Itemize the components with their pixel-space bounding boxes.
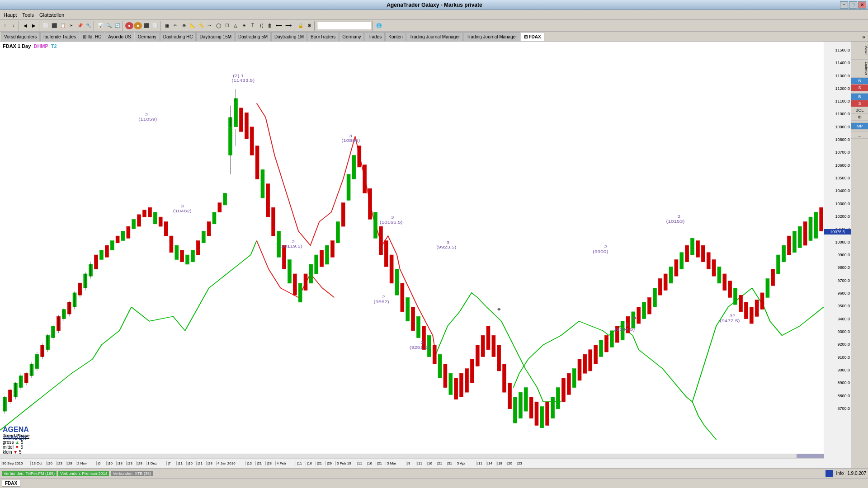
tb-btn-35[interactable]: 🌐 xyxy=(375,21,383,31)
rp-b2[interactable]: B xyxy=(851,94,868,100)
tb-btn-31[interactable]: ⟵ xyxy=(274,21,283,31)
horizontal-scrollbar[interactable] xyxy=(0,454,824,458)
tb-btn-13[interactable]: 🔄 xyxy=(113,21,122,31)
rp-laufende[interactable]: Laufende xyxy=(851,60,868,78)
tab-journal-mgr-2[interactable]: Trading Journal Manager xyxy=(463,32,520,41)
bottom-tab-fdax[interactable]: FDAX xyxy=(2,480,20,487)
price-label-24: 9100.0 xyxy=(837,355,850,360)
tb-btn-3[interactable]: ◀ xyxy=(21,21,29,31)
tb-btn-11[interactable]: 📊 xyxy=(96,21,104,31)
price-label-13: 10200.0 xyxy=(835,214,850,219)
tb-btn-26[interactable]: △ xyxy=(231,21,240,31)
svg-rect-133 xyxy=(599,340,603,357)
klein-arrow: ▼ xyxy=(13,450,18,455)
tb-btn-17[interactable]: ⬜ xyxy=(151,21,159,31)
tab-lfd-hc[interactable]: ⊞ lfd. HC xyxy=(80,32,104,41)
tb-btn-16[interactable]: ⬛ xyxy=(142,21,151,31)
svg-rect-149 xyxy=(685,245,689,262)
menu-glattstellen[interactable]: Glattstellen xyxy=(37,11,67,19)
tb-btn-1[interactable]: ↑ xyxy=(1,21,9,31)
tab-daytrading-5m[interactable]: Daytrading 5M xyxy=(235,32,271,41)
tab-ayondo-us[interactable]: Ayondo US xyxy=(105,32,134,41)
price-label-0: 11500.0 xyxy=(835,48,850,52)
rp-s2[interactable]: S xyxy=(851,100,868,107)
tb-btn-20[interactable]: ⊕ xyxy=(180,21,188,31)
tb-btn-7[interactable]: 📋 xyxy=(59,21,67,31)
mittel-arrow: ▼ xyxy=(15,445,19,450)
rp-vorsch[interactable]: Vorsch xyxy=(851,42,868,60)
rp-b[interactable]: B xyxy=(851,78,868,84)
svg-rect-147 xyxy=(675,259,678,276)
tb-btn-5[interactable]: ⬜ xyxy=(42,21,50,31)
svg-rect-36 xyxy=(99,250,103,260)
tb-btn-30[interactable]: 🗑 xyxy=(266,21,274,31)
tab-germany-2[interactable]: Germany xyxy=(339,32,364,41)
price-label-20: 9500.0 xyxy=(837,304,850,308)
rp-more[interactable]: ... xyxy=(851,132,868,139)
date-label-2: |20 xyxy=(46,461,56,465)
tb-btn-23[interactable]: 〰 xyxy=(206,21,214,31)
tb-btn-32[interactable]: ⟶ xyxy=(284,21,293,31)
tb-btn-14[interactable]: ● xyxy=(125,22,133,29)
svg-text:(2) 1: (2) 1 xyxy=(233,73,244,78)
tb-btn-15[interactable]: ● xyxy=(134,22,142,29)
tb-btn-25[interactable]: ☐ xyxy=(223,21,231,31)
svg-text:(11059): (11059) xyxy=(138,117,157,122)
tb-btn-28[interactable]: T xyxy=(249,21,257,31)
tab-daytrading-1m[interactable]: Daytrading 1M xyxy=(271,32,307,41)
mittel-value: 5 xyxy=(20,445,23,450)
tb-btn-22[interactable]: 📏 xyxy=(197,21,205,31)
chart-symbol: FDAX 1 Day xyxy=(3,43,31,49)
date-label-12: |7 xyxy=(166,461,176,465)
svg-rect-70 xyxy=(261,169,264,198)
maximize-button[interactable]: □ xyxy=(849,1,857,9)
account-input[interactable]: 1039279, Premium2014 xyxy=(317,22,371,30)
svg-rect-160 xyxy=(744,302,748,319)
tab-laufende-trades[interactable]: laufende Trades xyxy=(40,32,79,41)
tab-konten[interactable]: Konten xyxy=(385,32,406,41)
rp-mp[interactable]: MP xyxy=(851,123,868,130)
tb-btn-27[interactable]: ✴ xyxy=(240,21,248,31)
tb-btn-18[interactable]: ▦ xyxy=(163,21,171,31)
tab-fdax[interactable]: ⊞ FDAX xyxy=(521,32,544,41)
chart-area[interactable]: FDAX 1 Day DHMP T2 xyxy=(0,42,824,468)
close-button[interactable]: ✕ xyxy=(858,1,866,9)
menu-tools[interactable]: Tools xyxy=(19,11,37,19)
scrollbar-thumb[interactable] xyxy=(797,454,824,458)
tb-btn-12[interactable]: 🔍 xyxy=(105,21,113,31)
tb-btn-9[interactable]: 📌 xyxy=(76,21,84,31)
window-controls[interactable]: − □ ✕ xyxy=(840,1,866,9)
tab-trades[interactable]: Trades xyxy=(364,32,385,41)
tb-btn-29[interactable]: ⟩⟨ xyxy=(257,21,265,31)
svg-rect-168 xyxy=(787,236,791,255)
tb-btn-4[interactable]: ▶ xyxy=(30,21,38,31)
tb-btn-10[interactable]: 🔧 xyxy=(85,21,93,31)
tab-overflow-arrow[interactable]: » xyxy=(860,33,867,41)
menu-haupt[interactable]: Haupt xyxy=(1,11,19,19)
svg-text:(10886): (10886) xyxy=(341,138,360,143)
tb-btn-2[interactable]: ↓ xyxy=(9,21,18,31)
svg-text:(9900): (9900) xyxy=(593,249,608,254)
tb-btn-19[interactable]: ✏ xyxy=(171,21,179,31)
status-info-icon[interactable] xyxy=(826,470,833,477)
svg-rect-140 xyxy=(637,307,641,324)
rp-bol[interactable]: BOL xyxy=(851,107,868,114)
svg-rect-118 xyxy=(519,392,522,418)
svg-rect-128 xyxy=(572,369,576,388)
tb-btn-8[interactable]: ✂ xyxy=(67,21,75,31)
tab-borntraders[interactable]: BornTraders xyxy=(307,32,339,41)
tab-journal-mgr-1[interactable]: Trading Journal Manager xyxy=(406,32,463,41)
tab-daytrading-15m[interactable]: Daytrading 15M xyxy=(196,32,235,41)
tb-btn-33[interactable]: 🔒 xyxy=(297,21,305,31)
rp-ib[interactable]: IB xyxy=(851,114,868,121)
tb-btn-24[interactable]: ◯ xyxy=(214,21,222,31)
tab-daytrading-hc[interactable]: Daytrading HC xyxy=(160,32,196,41)
tab-vorschlagorders[interactable]: Vorschlagorders xyxy=(1,32,40,41)
tb-btn-6[interactable]: ⬛ xyxy=(50,21,58,31)
rp-s[interactable]: S xyxy=(851,84,868,91)
minimize-button[interactable]: − xyxy=(840,1,848,9)
tb-btn-21[interactable]: 📐 xyxy=(189,21,197,31)
svg-rect-82 xyxy=(326,245,329,264)
tb-btn-34[interactable]: ⚙ xyxy=(305,21,313,31)
tab-germany-1[interactable]: Germany xyxy=(135,32,160,41)
